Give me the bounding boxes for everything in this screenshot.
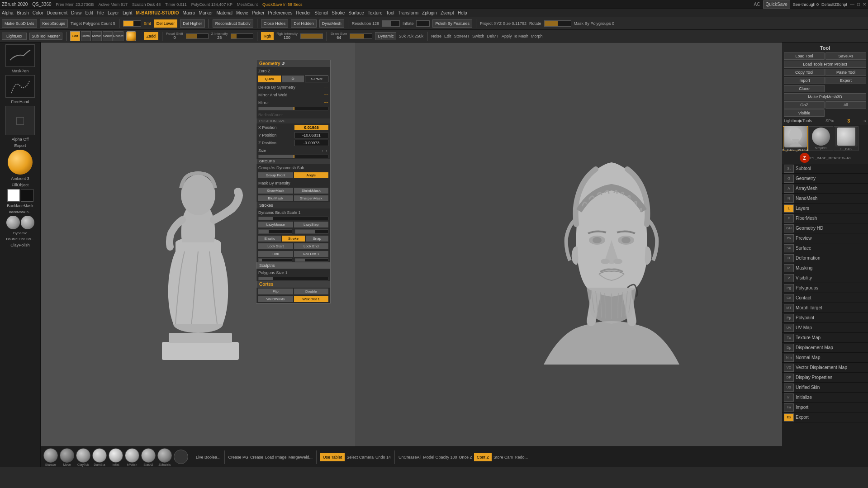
standard-brush[interactable]: Standar: [43, 448, 58, 466]
nav-morph-target[interactable]: MT Morph Target: [782, 303, 868, 313]
subtool-master-btn[interactable]: SubTool Master: [29, 33, 62, 40]
y-position-input[interactable]: [294, 132, 328, 138]
menu-help[interactable]: Help: [458, 10, 467, 15]
menu-color[interactable]: Color: [33, 10, 43, 15]
move-brush[interactable]: Move: [60, 448, 74, 466]
focal-shift-slider[interactable]: [186, 33, 209, 39]
cont-z-btn[interactable]: Cont Z: [474, 453, 492, 461]
white-swatch[interactable]: [7, 189, 20, 202]
angle-btn[interactable]: Angle: [294, 172, 329, 178]
free-hand-preview[interactable]: [5, 75, 35, 98]
material-sphere[interactable]: [126, 31, 136, 41]
minimize-icon[interactable]: —: [850, 2, 854, 7]
nav-layers[interactable]: L Layers: [782, 204, 868, 213]
switch-btn[interactable]: Switch: [472, 34, 484, 38]
menu-movie[interactable]: Movie: [236, 10, 248, 15]
flip-btn[interactable]: Flip: [258, 289, 293, 294]
menu-texture[interactable]: Texture: [368, 10, 383, 15]
menu-render[interactable]: Render: [296, 10, 311, 15]
move-btn[interactable]: Move: [92, 31, 102, 41]
nav-arraymesh[interactable]: A ArrayMesh: [782, 184, 868, 194]
nav-export[interactable]: Ex Export: [782, 412, 868, 422]
store-mt-btn[interactable]: StoreMT: [454, 34, 470, 38]
shrink-mask-btn[interactable]: ShrinkMask: [294, 188, 329, 194]
make-polymesh-btn[interactable]: Make PolyMesh3D: [784, 93, 866, 100]
all-btn[interactable]: All: [825, 101, 866, 109]
roll-r-slider[interactable]: [295, 258, 329, 262]
nav-displacement-map[interactable]: Dp Displacement Map: [782, 343, 868, 353]
nav-import[interactable]: Im Import: [782, 403, 868, 412]
nav-initialize[interactable]: In Initialize: [782, 393, 868, 403]
tool-thumb-flbasi[interactable]: FL_BASI: [834, 126, 859, 151]
uncrease-all-btn[interactable]: UnCreaseAll: [398, 455, 422, 460]
menu-zscript[interactable]: Zscript: [441, 10, 454, 15]
quick-save-button[interactable]: QuickSave: [763, 0, 790, 9]
stroke-btn[interactable]: Stroke: [282, 236, 304, 242]
close-icon[interactable]: ✕: [863, 2, 866, 7]
del-mt-btn[interactable]: DelMT: [487, 34, 499, 38]
blur-mask-btn[interactable]: BlurMask: [258, 195, 293, 201]
quick-btn[interactable]: Quick: [258, 76, 281, 82]
dynamic-sphere[interactable]: [6, 216, 20, 229]
roll-btn[interactable]: Roll: [258, 251, 293, 257]
x-position-input[interactable]: [294, 125, 328, 130]
menu-edit[interactable]: Edit: [85, 10, 93, 15]
undo-btn[interactable]: Undo 14: [375, 455, 391, 460]
menu-tool[interactable]: Tool: [386, 10, 394, 15]
elastic-btn[interactable]: Elastic: [258, 236, 281, 242]
rgb-btn[interactable]: Rgb: [261, 32, 274, 40]
geometry-panel-header[interactable]: Geometry ↺: [256, 60, 330, 67]
nav-unified-skin[interactable]: US Unified Skin: [782, 383, 868, 393]
menu-preferences[interactable]: Preferences: [268, 10, 293, 15]
close-holes-btn[interactable]: Close Holes: [261, 19, 289, 28]
rotate-btn[interactable]: Rotate: [114, 31, 123, 41]
redo-btn[interactable]: Redo...: [515, 455, 528, 460]
snap-btn[interactable]: Snap: [306, 236, 328, 242]
menu-layer[interactable]: Layer: [108, 10, 119, 15]
load-image-btn[interactable]: Load Image: [265, 455, 287, 460]
nav-fibermesh[interactable]: F FiberMesh: [782, 213, 868, 223]
rotate-slider[interactable]: [544, 20, 571, 27]
inflate-slider[interactable]: [416, 20, 430, 27]
menu-stencil[interactable]: Stencil: [314, 10, 328, 15]
nav-surface[interactable]: Su Surface: [782, 243, 868, 253]
menu-picker[interactable]: Picker: [252, 10, 265, 15]
tool-thumb-base-merged[interactable]: PL_BASE_MERGE: [783, 126, 808, 151]
nav-deformation[interactable]: D Deformation: [782, 253, 868, 263]
flat-sphere[interactable]: [21, 216, 34, 229]
del-lower-btn[interactable]: Del Lower: [154, 19, 178, 28]
menu-brush[interactable]: Brush: [17, 10, 29, 15]
lightbox-tools-btn[interactable]: Lightbox▶Tools: [784, 118, 812, 123]
nav-display-properties[interactable]: DP Display Properties: [782, 373, 868, 383]
menu-macro[interactable]: Macro: [183, 10, 195, 15]
import-btn[interactable]: Import: [784, 77, 825, 84]
goz-btn[interactable]: GoZ: [784, 101, 825, 109]
menu-stroke[interactable]: Stroke: [332, 10, 345, 15]
dynasub-btn[interactable]: DynaMesh: [319, 19, 344, 28]
s-pivot-btn[interactable]: S.Pivot: [305, 76, 328, 82]
menu-studio[interactable]: M-BARRUZ-STUDIO: [136, 10, 179, 15]
draw-size-slider[interactable]: [350, 33, 372, 39]
crease-btn[interactable]: Crease: [250, 455, 263, 460]
nav-vector-displacement[interactable]: VD Vector Displacement Map: [782, 363, 868, 373]
menu-zplugin[interactable]: Zplugin: [422, 10, 437, 15]
nav-geometry[interactable]: G Geometry: [782, 174, 868, 184]
nav-geometry-hd[interactable]: GH Geometry HD: [782, 223, 868, 233]
polish-features-btn[interactable]: Polish By Features: [432, 19, 472, 28]
z-intensity-slider[interactable]: [231, 33, 253, 39]
make-subd-btn[interactable]: Make SubD Lvls: [2, 19, 37, 28]
nav-polygroups[interactable]: Pg Polygroups: [782, 283, 868, 293]
del-higher-btn[interactable]: Del Higher: [180, 19, 205, 28]
menu-alpha[interactable]: Alpha: [2, 10, 14, 15]
nav-masking[interactable]: M Masking: [782, 263, 868, 273]
use-tablet-btn[interactable]: Use Tablet: [320, 453, 345, 461]
visible-btn[interactable]: Visible: [784, 109, 825, 117]
keep-groups-btn[interactable]: KeepGroups: [40, 19, 68, 28]
export-label[interactable]: Export: [14, 143, 26, 148]
clay-polish-label[interactable]: ClayPolish: [10, 243, 30, 247]
store-cam-btn[interactable]: Store Cam: [493, 455, 513, 460]
zbrush-logo[interactable]: Z: [800, 153, 810, 163]
smt-slider[interactable]: [123, 20, 141, 27]
double-btn2[interactable]: Double: [294, 289, 329, 294]
nav-normal-map[interactable]: Nm Normal Map: [782, 353, 868, 363]
